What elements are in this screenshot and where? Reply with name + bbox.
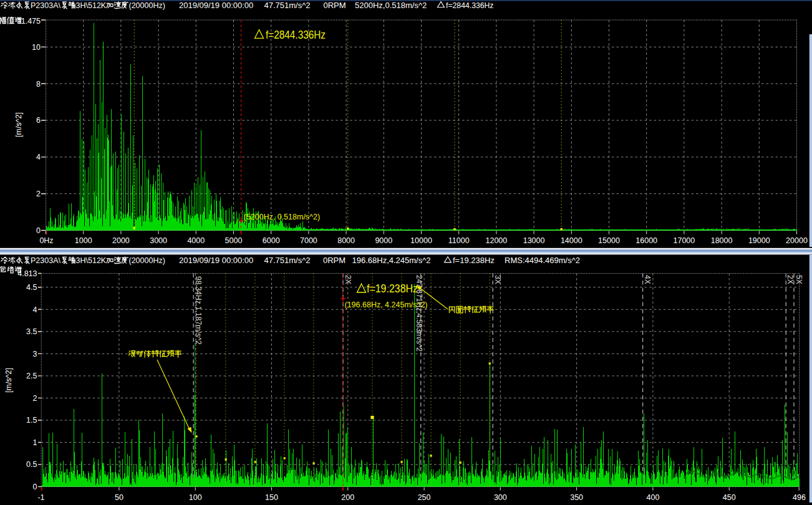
svg-text:0: 0 [33, 483, 37, 491]
svg-text:11000: 11000 [448, 236, 470, 245]
svg-text:250: 250 [418, 493, 431, 502]
svg-text:512K: 512K [88, 1, 107, 10]
svg-text:2X: 2X [344, 275, 352, 284]
svg-text:14000: 14000 [561, 236, 582, 245]
svg-text:17000: 17000 [674, 236, 695, 245]
svg-text:450: 450 [723, 493, 736, 502]
svg-text:(20000Hz): (20000Hz) [129, 256, 165, 265]
svg-text:16000: 16000 [636, 236, 657, 245]
svg-text:300: 300 [494, 493, 507, 502]
svg-text:5200Hz,0.518m/s^2: 5200Hz,0.518m/s^2 [355, 1, 427, 10]
svg-text:4: 4 [33, 305, 37, 314]
svg-text:f=19.238Hz: f=19.238Hz [367, 282, 418, 295]
svg-text:98.34Hz,1.187m/s^2: 98.34Hz,1.187m/s^2 [194, 276, 203, 345]
svg-text:3.5: 3.5 [26, 327, 37, 336]
svg-text:0Hz: 0Hz [39, 236, 53, 245]
svg-text:P2303A\: P2303A\ [31, 256, 60, 265]
svg-text:(196.68Hz, 4.245m/s^2): (196.68Hz, 4.245m/s^2) [345, 301, 428, 309]
svg-text:2.5: 2.5 [26, 372, 37, 380]
svg-text:3X: 3X [493, 275, 502, 284]
svg-text:5000: 5000 [225, 236, 243, 245]
svg-text:0RPM: 0RPM [323, 256, 346, 265]
svg-text:47.751m/s^2: 47.751m/s^2 [264, 1, 311, 10]
svg-text:6: 6 [36, 116, 41, 125]
svg-text:4X: 4X [643, 275, 652, 284]
svg-text:2019/09/19 00:00:00: 2019/09/19 00:00:00 [179, 1, 253, 10]
svg-text:f=2844.336Hz: f=2844.336Hz [446, 1, 494, 10]
svg-text:19000: 19000 [748, 236, 770, 245]
svg-text:P2303A\: P2303A\ [31, 1, 60, 10]
svg-text:7000: 7000 [300, 236, 317, 245]
svg-text:0RPM: 0RPM [324, 1, 346, 10]
svg-text:196.68Hz,4.245m/s^2: 196.68Hz,4.245m/s^2 [352, 256, 431, 265]
svg-text:-1: -1 [37, 493, 44, 502]
svg-text:400: 400 [646, 493, 659, 502]
svg-text:1: 1 [33, 438, 37, 447]
svg-text:3000: 3000 [150, 236, 167, 245]
svg-text:496: 496 [793, 493, 806, 502]
svg-text:2: 2 [36, 190, 41, 198]
svg-text:12000: 12000 [486, 236, 508, 245]
svg-text:2019/09/19 00:00:00: 2019/09/19 00:00:00 [179, 256, 253, 265]
svg-text:1.5: 1.5 [26, 416, 37, 425]
svg-text:4.5: 4.5 [26, 283, 37, 292]
svg-text:4.813: 4.813 [17, 269, 37, 278]
svg-text:10000: 10000 [410, 236, 432, 245]
svg-text:8: 8 [36, 80, 41, 89]
svg-text:15000: 15000 [598, 236, 620, 245]
svg-text:4000: 4000 [187, 236, 205, 245]
svg-text:8000: 8000 [337, 236, 355, 245]
svg-text:2: 2 [33, 394, 37, 403]
svg-text:2000: 2000 [112, 236, 130, 245]
svg-text:[m/s^2]: [m/s^2] [14, 112, 23, 137]
svg-text:[m/s^2]: [m/s^2] [4, 368, 13, 393]
svg-text:(5200Hz, 0.518m/s^2): (5200Hz, 0.518m/s^2) [244, 213, 321, 221]
svg-text:9000: 9000 [375, 236, 392, 245]
svg-text:47.751m/s^2: 47.751m/s^2 [264, 256, 311, 265]
svg-text:150: 150 [265, 493, 278, 502]
svg-text:1000: 1000 [75, 236, 92, 245]
svg-text:350: 350 [570, 493, 583, 502]
svg-text:200: 200 [341, 493, 354, 502]
svg-text:f=19.238Hz: f=19.238Hz [453, 256, 495, 265]
svg-text:2X: 2X [786, 275, 795, 284]
svg-text:20000: 20000 [786, 236, 808, 245]
svg-text:10: 10 [32, 43, 41, 52]
svg-text:RMS:4494.469m/s^2: RMS:4494.469m/s^2 [505, 256, 580, 265]
svg-text:f=2844.336Hz: f=2844.336Hz [266, 29, 326, 41]
svg-text:18000: 18000 [711, 236, 733, 245]
svg-text:0.5: 0.5 [26, 460, 37, 469]
svg-text:3: 3 [33, 350, 37, 358]
svg-text:0: 0 [36, 226, 41, 235]
svg-text:6000: 6000 [263, 236, 280, 245]
svg-text:100: 100 [189, 493, 202, 502]
svg-text:4: 4 [36, 153, 41, 161]
svg-text:3H\: 3H\ [76, 1, 89, 10]
svg-text:(20000Hz): (20000Hz) [129, 1, 165, 10]
svg-text:3H\: 3H\ [76, 256, 89, 265]
svg-text:512K: 512K [88, 256, 107, 265]
svg-text:11.475: 11.475 [17, 17, 41, 26]
svg-text:5X: 5X [795, 275, 803, 284]
svg-text:50: 50 [115, 493, 123, 502]
svg-text:13000: 13000 [523, 236, 545, 245]
